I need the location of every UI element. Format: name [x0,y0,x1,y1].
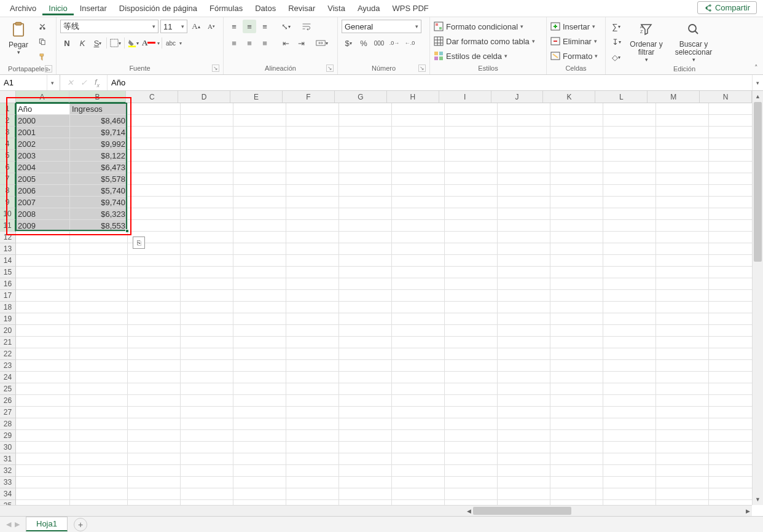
cell[interactable] [498,500,550,505]
cell[interactable] [656,360,709,372]
cell[interactable] [550,337,603,348]
cell[interactable] [128,138,181,150]
cell[interactable] [181,325,233,337]
cell[interactable] [656,185,709,197]
row-header[interactable]: 26 [0,395,16,407]
cell[interactable] [339,290,392,302]
col-header[interactable]: E [230,91,283,103]
cell[interactable] [445,430,498,442]
cell[interactable] [233,348,286,360]
cell[interactable] [181,220,233,232]
delete-cells-button[interactable]: Eliminar▾ [550,34,597,48]
cell[interactable]: 2004 [16,162,70,173]
cell[interactable]: Ingresos [70,103,128,115]
cell[interactable] [656,278,709,290]
cell[interactable] [16,453,70,465]
cell[interactable] [445,348,498,360]
cell[interactable] [603,477,656,488]
cell[interactable] [70,407,128,418]
menu-item-ayuda[interactable]: Ayuda [351,1,386,15]
fill-button[interactable]: ↧▾ [609,35,623,49]
cell[interactable] [286,278,339,290]
cell[interactable] [339,220,392,232]
cell[interactable] [445,162,498,173]
cell[interactable] [128,255,181,267]
cell[interactable] [498,348,550,360]
cell[interactable] [128,103,181,115]
cell[interactable] [16,313,70,325]
cell[interactable] [550,150,603,162]
cell[interactable] [16,500,70,505]
cell[interactable] [233,418,286,430]
cell[interactable] [709,337,752,348]
cell[interactable] [70,430,128,442]
cell[interactable] [233,173,286,185]
cell[interactable] [286,488,339,500]
cell[interactable] [286,302,339,313]
cell[interactable] [392,360,445,372]
sort-filter-button[interactable]: AZ Ordenar y filtrar▾ [628,20,665,63]
sheet-tab-active[interactable]: Hoja1 [26,517,68,531]
col-header[interactable]: L [595,91,648,103]
paste-options-button[interactable]: ⎘ [133,237,145,249]
cell[interactable] [656,255,709,267]
cell[interactable] [128,185,181,197]
cell[interactable] [656,442,709,453]
cell[interactable] [656,138,709,150]
cell[interactable] [181,407,233,418]
cell[interactable] [339,442,392,453]
cell[interactable] [339,337,392,348]
cell[interactable] [286,430,339,442]
cell[interactable] [392,103,445,115]
cell[interactable] [603,360,656,372]
cell[interactable]: 2002 [16,138,70,150]
cell[interactable] [70,383,128,395]
menu-item-datos[interactable]: Datos [249,1,282,15]
cell[interactable] [128,220,181,232]
cell[interactable] [445,372,498,383]
align-bottom-button[interactable]: ≡ [258,20,272,33]
cell[interactable] [392,407,445,418]
cell[interactable] [16,290,70,302]
cell[interactable] [603,220,656,232]
cell[interactable]: $9,714 [70,127,128,138]
cell[interactable] [656,395,709,407]
increase-decimal-button[interactable]: .0→ [388,36,401,50]
cell[interactable] [181,313,233,325]
cell[interactable] [656,150,709,162]
cell[interactable] [498,127,550,138]
cell[interactable] [286,243,339,255]
cell[interactable] [445,232,498,243]
row-header[interactable]: 10 [0,208,16,220]
cell[interactable] [70,337,128,348]
cell[interactable] [550,453,603,465]
row-header[interactable]: 29 [0,430,16,442]
cell[interactable] [550,220,603,232]
cell[interactable] [709,372,752,383]
cell[interactable] [16,442,70,453]
cell[interactable] [233,465,286,477]
cell[interactable] [339,488,392,500]
cell[interactable] [550,115,603,127]
format-painter-button[interactable] [36,50,49,64]
row-header[interactable]: 30 [0,442,16,453]
cell[interactable] [128,465,181,477]
cell[interactable] [339,115,392,127]
name-box-input[interactable] [0,78,47,87]
align-center-button[interactable]: ≡ [243,36,256,50]
cell[interactable] [16,372,70,383]
row-header[interactable]: 8 [0,185,16,197]
cell[interactable] [498,267,550,278]
cell[interactable] [286,173,339,185]
horizontal-scrollbar[interactable]: ◀ ▶ [0,505,752,516]
cut-button[interactable] [36,20,49,33]
menu-item-archivo[interactable]: Archivo [4,1,42,15]
cell[interactable] [550,500,603,505]
copy-button[interactable] [36,35,49,49]
cell[interactable] [181,348,233,360]
cell[interactable] [445,127,498,138]
percent-format-button[interactable]: % [357,36,370,50]
cell[interactable] [392,325,445,337]
cell[interactable]: 2006 [16,185,70,197]
cell[interactable] [70,500,128,505]
